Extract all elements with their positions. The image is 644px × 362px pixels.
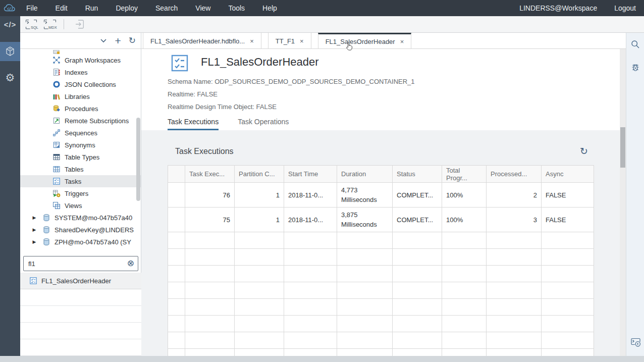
menu-deploy[interactable]: Deploy bbox=[110, 4, 144, 12]
tree-item-label: SharedDevKey@LINDERS bbox=[55, 226, 134, 234]
tree-item-tables[interactable]: Tables bbox=[20, 163, 141, 175]
chevron-down-icon[interactable] bbox=[100, 38, 107, 43]
tree-item-triggers[interactable]: Triggers bbox=[20, 187, 141, 199]
close-tab-icon[interactable]: × bbox=[300, 37, 304, 45]
doc-tab-task-executions[interactable]: Task Executions bbox=[168, 118, 219, 130]
tree-item-remote-subscriptions[interactable]: Remote Subscriptions bbox=[20, 115, 141, 127]
menu-tools[interactable]: Tools bbox=[222, 4, 251, 12]
column-header-selector[interactable] bbox=[168, 166, 185, 183]
tree-item-label: Graph Workspaces bbox=[65, 57, 121, 64]
menu-view[interactable]: View bbox=[189, 4, 217, 12]
sequences-icon bbox=[52, 129, 61, 137]
page-title: FL1_SalesOrderHeader bbox=[201, 56, 319, 69]
settings-gear-icon[interactable]: ⚙ bbox=[0, 68, 20, 87]
column-header-async[interactable]: Async bbox=[542, 166, 594, 183]
toolbar: SQL MDX bbox=[20, 16, 644, 33]
toolbar-separator bbox=[64, 19, 64, 29]
menu-file[interactable]: File bbox=[20, 4, 44, 12]
open-mdx-console-icon[interactable]: MDX bbox=[43, 19, 58, 30]
tree-scrollbar-thumb[interactable] bbox=[136, 118, 140, 201]
tree-item-views[interactable]: Views bbox=[20, 199, 141, 212]
editor-tab-fl1-salesorderheader[interactable]: FL1_SalesOrderHeader× bbox=[318, 33, 412, 49]
tree-item-label: SYSTEM@mo-047b57a40 bbox=[55, 214, 132, 222]
table-cell: 100% bbox=[442, 183, 487, 208]
table-cell: FALSE bbox=[542, 183, 594, 208]
clear-search-icon[interactable]: ⊗ bbox=[127, 259, 134, 268]
main-scrollbar-thumb[interactable] bbox=[620, 127, 625, 168]
console-run-icon[interactable] bbox=[630, 337, 641, 347]
tree-item-system-mo-047b57a40[interactable]: ▶SYSTEM@mo-047b57a40 bbox=[20, 212, 141, 224]
remote-subscriptions-icon bbox=[52, 117, 61, 125]
search-icon[interactable] bbox=[630, 39, 640, 49]
tree-item-label: Triggers bbox=[65, 190, 88, 197]
empty-list-row bbox=[20, 323, 141, 339]
column-header-start-time[interactable]: Start Time bbox=[284, 166, 337, 183]
search-results-list: FL1_SalesOrderHeader bbox=[20, 273, 141, 356]
editor-area: FL1_SalesOrderHeader.hdbflo...×TT_F1×FL1… bbox=[141, 33, 626, 356]
refresh-executions-icon[interactable]: ↻ bbox=[580, 145, 588, 157]
empty-table-row bbox=[168, 349, 594, 356]
libraries-icon bbox=[52, 92, 61, 100]
synonyms-icon bbox=[52, 141, 61, 149]
tree-item-sequences[interactable]: Sequences bbox=[20, 127, 141, 139]
table-cell: 1 bbox=[235, 208, 284, 232]
close-tab-icon[interactable]: × bbox=[400, 38, 404, 45]
task-executions-panel: Task Executions ↻ Task Exec...Partition … bbox=[141, 130, 620, 356]
column-header-processed-[interactable]: Processed... bbox=[487, 166, 542, 183]
tree-item-label: Indexes bbox=[65, 69, 88, 76]
editor-tab-label: TT_F1 bbox=[276, 37, 295, 45]
column-header-status[interactable]: Status bbox=[393, 166, 442, 183]
main-scrollbar-track[interactable] bbox=[620, 49, 626, 356]
menu-run[interactable]: Run bbox=[79, 4, 104, 12]
expand-arrow-icon[interactable]: ▶ bbox=[30, 239, 38, 244]
bottom-strip bbox=[0, 356, 644, 362]
tree-item-libraries[interactable]: Libraries bbox=[20, 90, 141, 102]
tree-item-synonyms[interactable]: Synonyms bbox=[20, 139, 141, 151]
empty-list-row bbox=[20, 306, 141, 323]
column-header-task-exec-[interactable]: Task Exec... bbox=[185, 166, 235, 183]
table-types-icon bbox=[52, 153, 61, 161]
menu-search[interactable]: Search bbox=[149, 4, 184, 12]
menu-edit[interactable]: Edit bbox=[49, 4, 74, 12]
activity-bar: </> ⚙ bbox=[0, 16, 20, 356]
section-title: Task Executions bbox=[175, 147, 234, 156]
logout-button[interactable]: Logout bbox=[614, 4, 636, 12]
add-icon[interactable]: + bbox=[115, 35, 121, 47]
table-row[interactable]: 7512018-11-0...3,875 MillisecondsCOMPLET… bbox=[168, 208, 594, 232]
tree-item-zph-mo-047b57a40-sy[interactable]: ▶ZPH@mo-047b57a40 (SY bbox=[20, 236, 141, 248]
tree-item-tasks[interactable]: Tasks bbox=[20, 175, 141, 187]
table-cell: 4,773 Milliseconds bbox=[337, 183, 393, 208]
column-header-total-progr-[interactable]: Total Progr... bbox=[442, 166, 487, 183]
table-row[interactable]: 7612018-11-0...4,773 MillisecondsCOMPLET… bbox=[168, 183, 594, 208]
expand-arrow-icon[interactable]: ▶ bbox=[30, 215, 38, 220]
tree-item-procedures[interactable]: Procedures bbox=[20, 102, 141, 115]
empty-table-row bbox=[168, 232, 594, 249]
empty-table-row bbox=[168, 299, 594, 316]
refresh-icon[interactable]: ↻ bbox=[129, 35, 136, 46]
editor-tab-fl1-salesorderheader-hdbflo-[interactable]: FL1_SalesOrderHeader.hdbflo...× bbox=[143, 33, 261, 49]
database-explorer-icon[interactable] bbox=[0, 42, 20, 61]
column-header-partition-c-[interactable]: Partition C... bbox=[235, 166, 284, 183]
close-tab-icon[interactable]: × bbox=[250, 37, 254, 45]
doc-tab-task-operations[interactable]: Task Operations bbox=[238, 118, 289, 130]
task-executions-table: Task Exec...Partition C...Start TimeDura… bbox=[168, 165, 594, 356]
table-cell: 3 bbox=[487, 208, 542, 232]
debug-bug-icon[interactable] bbox=[630, 62, 640, 72]
editor-tab-tt-f1[interactable]: TT_F1× bbox=[268, 33, 311, 49]
search-result-item[interactable]: FL1_SalesOrderHeader bbox=[20, 273, 141, 289]
mouse-cursor bbox=[345, 41, 354, 54]
tree-item-indexes[interactable]: Indexes bbox=[20, 66, 141, 78]
tree-item-json-collections[interactable]: JSON Collections bbox=[20, 78, 141, 90]
tree-item-table-types[interactable]: Table Types bbox=[20, 151, 141, 163]
tree-item-graph-workspaces[interactable]: Graph Workspaces bbox=[20, 54, 141, 66]
code-editor-icon[interactable]: </> bbox=[0, 16, 20, 33]
tables-icon bbox=[52, 165, 61, 173]
open-sql-console-icon[interactable]: SQL bbox=[25, 19, 38, 30]
object-search-input[interactable] bbox=[23, 256, 138, 271]
column-header-duration[interactable]: Duration bbox=[337, 166, 393, 183]
tree-item-shareddevkey-linders[interactable]: ▶SharedDevKey@LINDERS bbox=[20, 224, 141, 236]
import-file-icon[interactable] bbox=[74, 19, 85, 30]
expand-arrow-icon[interactable]: ▶ bbox=[30, 227, 38, 232]
editor-tab-label: FL1_SalesOrderHeader bbox=[326, 38, 395, 45]
menu-help[interactable]: Help bbox=[256, 4, 283, 12]
